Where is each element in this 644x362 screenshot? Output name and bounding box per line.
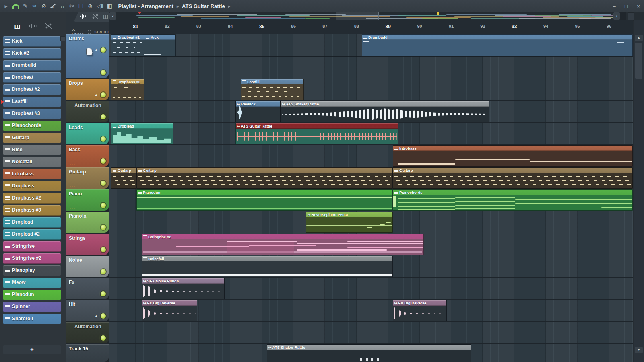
- track-options-dots[interactable]: ···: [70, 206, 76, 210]
- pattern-item[interactable]: Droplead #2: [3, 229, 61, 240]
- clip-reversepiano-penta[interactable]: ↦Reversepiano Penta: [306, 212, 393, 233]
- scroll-right-button[interactable]: ›: [613, 12, 620, 20]
- clip-lastfill[interactable]: Lastfill: [241, 79, 304, 100]
- track-header-piano[interactable]: Piano···: [66, 189, 109, 211]
- clip-ats-shaker-rattle[interactable]: ↦ATS Shaker Rattle: [267, 344, 471, 362]
- track-header-leads[interactable]: Leads···: [66, 123, 109, 144]
- track-options-dots[interactable]: ···: [70, 251, 76, 255]
- preview-tool-icon[interactable]: ◁‖: [97, 0, 103, 12]
- maximize-button[interactable]: □: [623, 3, 630, 9]
- track-mute-led[interactable]: [101, 92, 106, 97]
- breadcrumb-selection[interactable]: ATS Guitar Rattle: [182, 3, 225, 9]
- song-overview-scrollbar[interactable]: ‹ ›: [109, 12, 626, 21]
- track-mute-led[interactable]: [101, 70, 106, 75]
- pattern-item[interactable]: Lastfill: [3, 97, 61, 107]
- track-options-dots[interactable]: ···: [70, 295, 76, 299]
- overview-viewport[interactable]: [336, 12, 379, 20]
- playlist-pattern-tab-piano-icon[interactable]: Ш: [103, 14, 108, 20]
- vertical-scroll-thumb[interactable]: [635, 43, 642, 79]
- track-options-dots[interactable]: ···: [70, 317, 76, 321]
- track-lane-drops[interactable]: [109, 79, 633, 101]
- pattern-item[interactable]: Dropbeat #2: [3, 84, 61, 95]
- patterns-tab-piano-icon[interactable]: Ш: [14, 23, 20, 30]
- clip-pianochords[interactable]: Pianochords: [393, 189, 633, 211]
- track-mute-led[interactable]: [101, 47, 106, 53]
- close-button[interactable]: ×: [635, 3, 642, 9]
- clip-dropbass-2[interactable]: Dropbass #2: [111, 79, 144, 100]
- overview-corner-button[interactable]: [628, 12, 634, 21]
- track-header-drops[interactable]: Drops···▲: [66, 79, 109, 100]
- automation-tab-node-icon[interactable]: [45, 23, 52, 30]
- select-tool-icon[interactable]: ☐: [78, 0, 84, 12]
- audio-tab-wave-icon[interactable]: [29, 23, 37, 30]
- track-expand-arrow-icon[interactable]: ▲: [95, 48, 98, 52]
- track-mute-led[interactable]: [101, 269, 106, 274]
- clip-drumbuild[interactable]: Drumbuild: [362, 34, 633, 56]
- pattern-item[interactable]: Rise: [3, 145, 61, 155]
- clip-guitarp[interactable]: Guitarp: [136, 167, 393, 189]
- zcross-toggle[interactable]: [88, 30, 92, 34]
- clip-kick[interactable]: Kick: [144, 34, 176, 56]
- track-mute-led[interactable]: [101, 291, 106, 296]
- vertical-scrollbar[interactable]: ▲ ▼: [634, 20, 644, 362]
- clip-pianodun[interactable]: Pianodun: [136, 189, 393, 211]
- track-header-automation[interactable]: Automation···: [66, 101, 109, 122]
- pattern-item[interactable]: Meow: [3, 278, 61, 288]
- pattern-item[interactable]: Dropbass #3: [3, 205, 61, 216]
- snap-magnet-icon[interactable]: [12, 4, 19, 9]
- scroll-left-button[interactable]: ‹: [109, 12, 116, 20]
- track-mute-led[interactable]: [101, 136, 106, 142]
- track-expand-arrow-icon[interactable]: ▲: [95, 93, 98, 97]
- track-options-dots[interactable]: ···: [70, 228, 76, 232]
- playlist-grid[interactable]: Dropbeat #2KickDrumbuildDropbass #2Lastf…: [109, 34, 633, 362]
- panel-icon[interactable]: ◧: [107, 0, 113, 12]
- clip-fx-big-reverse[interactable]: ↦FX Big Reverse: [142, 300, 197, 321]
- add-pattern-button[interactable]: +: [3, 345, 61, 354]
- track-header-noise[interactable]: Noise···: [66, 256, 109, 277]
- pattern-item[interactable]: Stringrise #2: [3, 253, 61, 264]
- track-options-dots[interactable]: ···: [70, 273, 76, 277]
- mute-tool-icon[interactable]: ♪: [50, 0, 56, 12]
- pattern-item[interactable]: Droplead: [3, 217, 61, 228]
- zoom-tool-icon[interactable]: ⊕: [87, 0, 93, 12]
- track-header-pianofx[interactable]: Pianofx···: [66, 212, 109, 233]
- pattern-item[interactable]: Noisefall: [3, 157, 61, 167]
- track-options-dots[interactable]: ···: [70, 96, 76, 100]
- track-mute-led[interactable]: [101, 203, 106, 208]
- clip-droplead[interactable]: Droplead: [111, 123, 173, 144]
- pattern-item[interactable]: Dropbass: [3, 181, 61, 191]
- clip-ats-guitar-rattle[interactable]: ↦ATS Guitar Rattle: [235, 123, 398, 144]
- breadcrumb[interactable]: Playlist - Arrangement ▸ ATS Guitar Ratt…: [118, 3, 230, 9]
- track-mute-led[interactable]: [101, 335, 106, 341]
- pattern-item[interactable]: Snareroll: [3, 314, 61, 324]
- clip-fx-big-reverse[interactable]: ↦FX Big Reverse: [393, 300, 447, 321]
- clip-stringrise-2[interactable]: Stringrise #2: [142, 234, 424, 255]
- track-mute-led[interactable]: [101, 313, 106, 319]
- pattern-item[interactable]: Stringrise: [3, 241, 61, 252]
- track-header-hit[interactable]: Hit···▲: [66, 300, 109, 321]
- pattern-item[interactable]: Guitarp: [3, 133, 61, 143]
- scroll-down-button[interactable]: ▼: [635, 347, 643, 353]
- playlist-automation-tab-node-icon[interactable]: [92, 14, 98, 20]
- slip-tool-icon[interactable]: ↔: [60, 0, 65, 12]
- pattern-item[interactable]: Pianoplay: [3, 265, 61, 276]
- track-header-bass[interactable]: Bass···: [66, 145, 109, 167]
- track-mute-led[interactable]: [101, 158, 106, 164]
- track-expand-arrow-icon[interactable]: ▲: [95, 314, 98, 318]
- track-header-guitarp[interactable]: Guitarp···: [66, 167, 109, 189]
- track-header-strings[interactable]: Strings···: [66, 234, 109, 255]
- pattern-list-scroll[interactable]: [60, 36, 65, 41]
- paint-tool-icon[interactable]: ✏: [32, 0, 37, 12]
- pattern-item[interactable]: Pianodun: [3, 290, 61, 300]
- clip-dropbeat-2[interactable]: Dropbeat #2: [111, 34, 144, 56]
- clip-sfx-noise-punch[interactable]: ↦SFX Noise Punch: [142, 278, 225, 299]
- playlist-audio-tab-wave-icon[interactable]: [80, 14, 87, 20]
- track-options-dots[interactable]: ···: [70, 140, 76, 144]
- pattern-item[interactable]: Dropbeat #3: [3, 109, 61, 119]
- delete-tool-icon[interactable]: ⊘: [41, 0, 47, 12]
- track-mute-led[interactable]: [101, 225, 106, 230]
- track-mute-led[interactable]: [101, 181, 106, 186]
- track-options-dots[interactable]: ···: [70, 162, 76, 166]
- clip-noisefall[interactable]: Noisefall: [142, 256, 393, 277]
- song-overview-strip[interactable]: [116, 12, 613, 20]
